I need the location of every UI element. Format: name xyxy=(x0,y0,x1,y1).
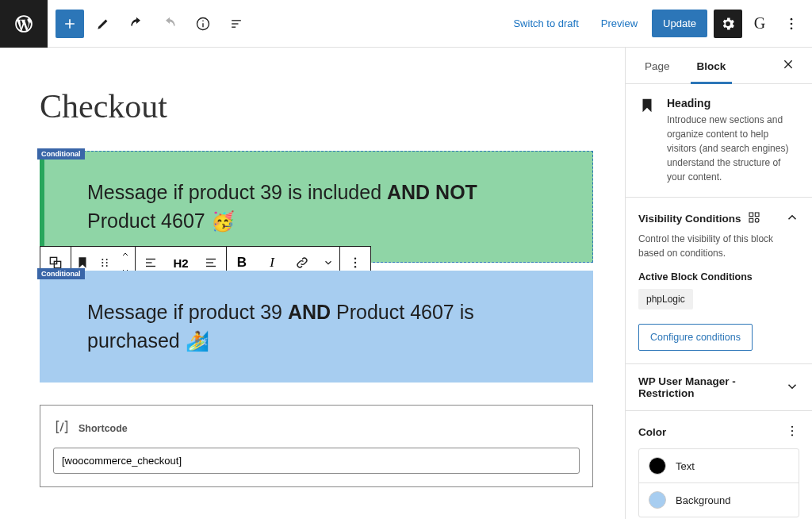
svg-point-2 xyxy=(202,20,204,21)
editor-topbar: Switch to draft Preview Update G xyxy=(0,0,812,48)
wpum-restriction-panel[interactable]: WP User Manager - Restriction xyxy=(626,364,812,411)
surfer-emoji: 🏄 xyxy=(186,330,209,352)
svg-point-12 xyxy=(106,259,108,260)
settings-button[interactable] xyxy=(714,10,742,38)
user-avatar[interactable]: G xyxy=(749,13,771,35)
add-block-button[interactable] xyxy=(56,10,84,38)
text-bold: AND xyxy=(288,301,331,323)
visibility-description: Control the visibility of this block bas… xyxy=(638,232,799,260)
sidebar-tabs: Page Block xyxy=(626,48,812,84)
conditional-block-1[interactable]: Conditional Message if product 39 is inc… xyxy=(40,151,593,263)
tab-page[interactable]: Page xyxy=(638,48,676,83)
color-options-button[interactable] xyxy=(785,424,799,440)
tab-block[interactable]: Block xyxy=(691,48,733,84)
svg-rect-9 xyxy=(50,257,56,263)
shortcode-label: Shortcode xyxy=(79,423,128,434)
svg-point-6 xyxy=(791,17,793,20)
configure-conditions-button[interactable]: Configure conditions xyxy=(638,324,753,351)
svg-rect-30 xyxy=(755,213,759,217)
text-segment: Product 4607 xyxy=(87,210,211,232)
panel-collapse-button[interactable] xyxy=(785,210,799,227)
svg-point-11 xyxy=(102,259,103,260)
background-color-swatch xyxy=(649,491,666,509)
text-color-label: Text xyxy=(676,460,695,472)
heading-block-blue[interactable]: Message if product 39 AND Product 4607 i… xyxy=(40,271,593,383)
condition-chip[interactable]: phpLogic xyxy=(638,289,693,309)
topbar-right-tools: Switch to draft Preview Update G xyxy=(505,10,812,38)
svg-point-34 xyxy=(791,430,793,432)
svg-point-15 xyxy=(102,265,103,267)
text-bold: AND NOT xyxy=(387,181,477,203)
text-segment: Message if product 39 xyxy=(87,301,288,323)
text-color-row[interactable]: Text xyxy=(639,449,799,483)
wpum-title: WP User Manager - Restriction xyxy=(638,375,785,399)
undo-button[interactable] xyxy=(122,10,151,38)
move-up-button[interactable] xyxy=(116,247,135,263)
svg-rect-29 xyxy=(749,213,753,217)
background-color-row[interactable]: Background xyxy=(639,483,799,517)
color-title: Color xyxy=(638,426,666,438)
info-button[interactable] xyxy=(189,10,217,38)
editor-canvas: Checkout Conditional Message if product … xyxy=(0,48,625,519)
outline-button[interactable] xyxy=(222,10,251,38)
conditional-badge: Conditional xyxy=(37,148,85,160)
visibility-icon xyxy=(748,211,760,226)
chevron-down-icon xyxy=(785,379,799,396)
block-type-description: Introduce new sections and organize cont… xyxy=(667,113,799,184)
conditional-badge: Conditional xyxy=(37,268,85,279)
svg-point-23 xyxy=(354,258,356,260)
text-segment: Message if product 39 is included xyxy=(87,181,387,203)
close-sidebar-button[interactable] xyxy=(777,53,799,78)
page-title[interactable]: Checkout xyxy=(40,87,593,125)
active-conditions-label: Active Block Conditions xyxy=(638,271,799,283)
svg-point-24 xyxy=(354,262,356,263)
svg-point-16 xyxy=(106,265,108,267)
visibility-conditions-panel: Visibility Conditions Control the visibi… xyxy=(626,198,812,364)
heading-block-icon xyxy=(638,97,656,184)
preview-button[interactable]: Preview xyxy=(593,11,645,36)
shortcode-block[interactable]: Shortcode xyxy=(40,405,593,487)
topbar-left-tools xyxy=(48,10,251,38)
redo-button[interactable] xyxy=(155,10,184,38)
color-panel: Color Text Background xyxy=(626,411,812,519)
settings-sidebar: Page Block Heading Introduce new section… xyxy=(625,48,812,519)
background-color-label: Background xyxy=(676,494,730,506)
svg-point-32 xyxy=(755,218,759,222)
svg-point-33 xyxy=(791,426,793,428)
shortcode-input[interactable] xyxy=(53,448,580,474)
block-type-title: Heading xyxy=(667,97,799,110)
svg-point-25 xyxy=(354,266,356,267)
update-button[interactable]: Update xyxy=(652,10,707,37)
text-color-swatch xyxy=(649,457,666,475)
svg-point-35 xyxy=(791,434,793,436)
shortcode-icon xyxy=(53,418,71,438)
conditional-block-2[interactable]: Conditional Message if product 39 AND Pr… xyxy=(40,271,593,383)
switch-to-draft-button[interactable]: Switch to draft xyxy=(505,11,586,36)
svg-rect-10 xyxy=(54,261,60,267)
svg-line-26 xyxy=(60,423,63,432)
svg-point-7 xyxy=(791,22,793,25)
visibility-title: Visibility Conditions xyxy=(638,213,741,225)
wordpress-logo[interactable] xyxy=(0,0,48,48)
svg-point-8 xyxy=(791,27,793,29)
block-description-panel: Heading Introduce new sections and organ… xyxy=(626,84,812,198)
edit-mode-button[interactable] xyxy=(89,10,117,38)
svg-point-14 xyxy=(106,262,108,263)
svg-rect-31 xyxy=(749,218,753,222)
svg-point-13 xyxy=(102,262,103,263)
more-menu-button[interactable] xyxy=(777,10,806,38)
party-emoji: 🥳 xyxy=(211,210,235,232)
